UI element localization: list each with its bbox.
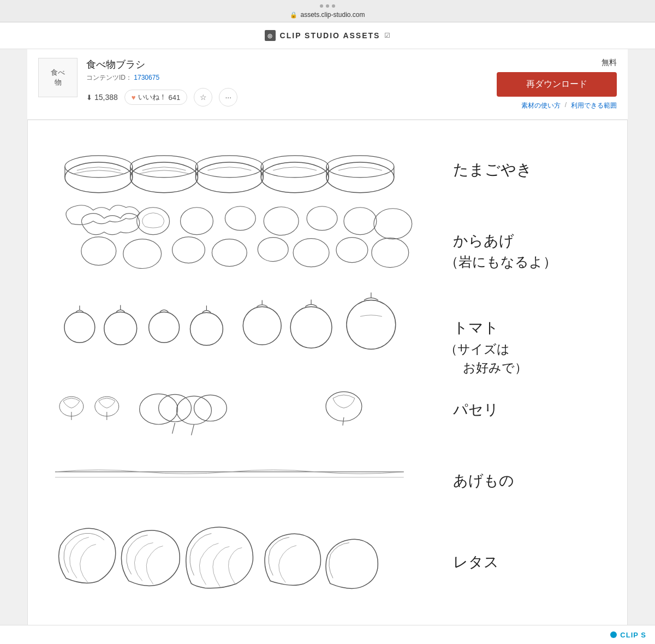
svg-point-22 — [225, 206, 255, 231]
parsley-group — [59, 392, 362, 435]
price-label: 無料 — [602, 58, 617, 68]
svg-point-38 — [104, 312, 137, 345]
drawing-svg: たまごやき — [39, 131, 616, 644]
window-controls — [0, 4, 655, 8]
svg-point-27 — [81, 237, 116, 265]
svg-point-43 — [347, 300, 396, 349]
agemono-group — [55, 470, 404, 477]
svg-point-21 — [181, 208, 213, 235]
thumbnail-text: 食べ 物 — [51, 68, 65, 87]
svg-point-42 — [290, 306, 332, 348]
preview-area: たまごやき — [27, 120, 628, 644]
site-title: CLIP STUDIO ASSETS — [280, 31, 380, 40]
svg-text:（岩にもなるよ）: （岩にもなるよ） — [445, 255, 557, 269]
site-header: ◎ CLIP STUDIO ASSETS ☑ — [0, 22, 655, 49]
lock-icon: 🔒 — [290, 11, 297, 19]
download-number: 15,388 — [94, 93, 118, 102]
like-label: いいね！ — [138, 92, 166, 102]
karaage-group — [66, 205, 412, 269]
browser-chrome: 🔒 assets.clip-studio.com — [0, 0, 655, 22]
verified-badge: ☑ — [384, 32, 390, 39]
maximize-dot — [332, 4, 335, 8]
svg-point-25 — [344, 208, 377, 235]
url-text: assets.clip-studio.com — [300, 11, 365, 19]
minimize-dot — [326, 4, 329, 8]
svg-text:からあげ: からあげ — [453, 233, 514, 249]
svg-point-31 — [258, 238, 288, 262]
close-dot — [320, 4, 323, 8]
svg-point-23 — [264, 207, 299, 235]
tamagoyaki-group — [65, 156, 394, 193]
site-logo: ◎ — [265, 30, 276, 41]
svg-text:レタス: レタス — [453, 554, 499, 570]
heart-icon: ♥ — [132, 93, 136, 102]
asset-thumbnail: 食べ 物 — [38, 58, 78, 97]
address-bar[interactable]: 🔒 assets.clip-studio.com — [0, 11, 655, 19]
svg-text:あげもの: あげもの — [453, 472, 514, 489]
link-separator: / — [565, 101, 567, 110]
svg-point-33 — [336, 238, 368, 263]
svg-point-34 — [372, 238, 409, 268]
asset-stats: ⬇ 15,388 ♥ いいね！ 641 ☆ ··· — [86, 88, 488, 107]
svg-point-24 — [307, 206, 337, 231]
svg-point-28 — [123, 239, 162, 269]
svg-text:パセリ: パセリ — [452, 401, 499, 418]
content-id-label: コンテンツID： — [86, 74, 132, 81]
svg-point-40 — [190, 312, 223, 345]
svg-line-55 — [172, 423, 175, 434]
usage-guide-link[interactable]: 素材の使い方 — [521, 101, 561, 110]
logo-letter: ◎ — [267, 33, 272, 39]
asset-title: 食べ物ブラシ — [86, 58, 488, 71]
download-count-display: ⬇ 15,388 — [86, 93, 118, 102]
svg-point-29 — [172, 237, 205, 263]
svg-line-56 — [191, 424, 194, 435]
download-button[interactable]: 再ダウンロード — [497, 72, 617, 97]
svg-point-20 — [137, 208, 170, 235]
asset-info: 食べ物ブラシ コンテンツID： 1730675 ⬇ 15,388 ♥ いいね！ … — [86, 58, 488, 107]
tamagoyaki-label: たまごやき — [453, 161, 532, 178]
svg-point-41 — [243, 306, 281, 345]
like-count: 641 — [169, 93, 181, 102]
svg-text:お好みで）: お好みで） — [450, 361, 527, 375]
download-icon: ⬇ — [86, 93, 92, 102]
asset-id: コンテンツID： 1730675 — [86, 73, 488, 82]
content-wrapper: 食べ 物 食べ物ブラシ コンテンツID： 1730675 ⬇ 15,388 ♥ … — [27, 49, 628, 644]
svg-text:（サイズは: （サイズは — [445, 342, 510, 356]
svg-point-30 — [212, 239, 247, 267]
more-button[interactable]: ··· — [219, 88, 237, 107]
svg-point-57 — [326, 392, 362, 421]
svg-point-32 — [293, 239, 329, 267]
asset-links: 素材の使い方 / 利用できる範囲 — [521, 101, 617, 110]
svg-point-39 — [149, 312, 180, 342]
content-id-link[interactable]: 1730675 — [134, 74, 159, 81]
asset-actions: 無料 再ダウンロード 素材の使い方 / 利用できる範囲 — [497, 58, 617, 110]
lettuce-group — [59, 527, 378, 588]
like-button[interactable]: ♥ いいね！ 641 — [124, 90, 187, 105]
svg-point-26 — [374, 209, 412, 239]
clip-dot — [610, 631, 617, 638]
usage-range-link[interactable]: 利用できる範囲 — [571, 101, 617, 110]
bookmark-button[interactable]: ☆ — [194, 88, 212, 107]
bottom-bar: CLIP S — [0, 625, 655, 644]
clip-label: CLIP S — [620, 631, 646, 639]
svg-text:トマト: トマト — [453, 320, 499, 336]
svg-point-37 — [64, 312, 95, 342]
preview-image: たまごやき — [28, 120, 627, 644]
svg-point-54 — [194, 395, 227, 421]
asset-header: 食べ 物 食べ物ブラシ コンテンツID： 1730675 ⬇ 15,388 ♥ … — [27, 49, 628, 120]
tomato-group — [64, 292, 396, 349]
